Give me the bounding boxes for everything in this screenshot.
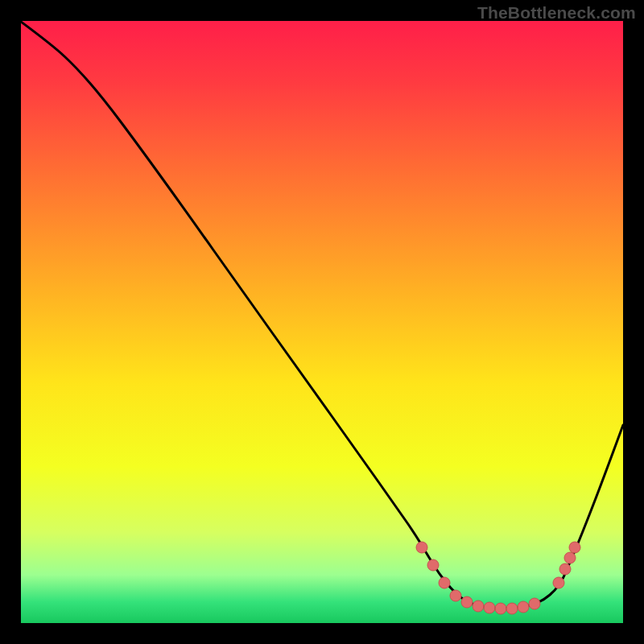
- curve-dot: [473, 601, 484, 612]
- curve-dot: [553, 577, 564, 588]
- curve-dot: [506, 603, 518, 614]
- curve-dot: [559, 564, 571, 575]
- curve-dot: [495, 603, 506, 614]
- curve-dot: [427, 559, 439, 571]
- curve-dot: [569, 542, 580, 553]
- watermark-label: TheBottleneck.com: [477, 3, 636, 23]
- curve-dot: [461, 597, 473, 608]
- curve-dot: [439, 577, 450, 588]
- bottleneck-chart: [0, 0, 644, 644]
- chart-stage: TheBottleneck.com: [0, 0, 644, 644]
- curve-dot: [416, 542, 427, 553]
- curve-dot: [518, 601, 529, 613]
- curve-dot: [450, 590, 461, 601]
- curve-dot: [484, 602, 495, 613]
- curve-dot: [564, 552, 576, 564]
- curve-dot: [529, 598, 540, 609]
